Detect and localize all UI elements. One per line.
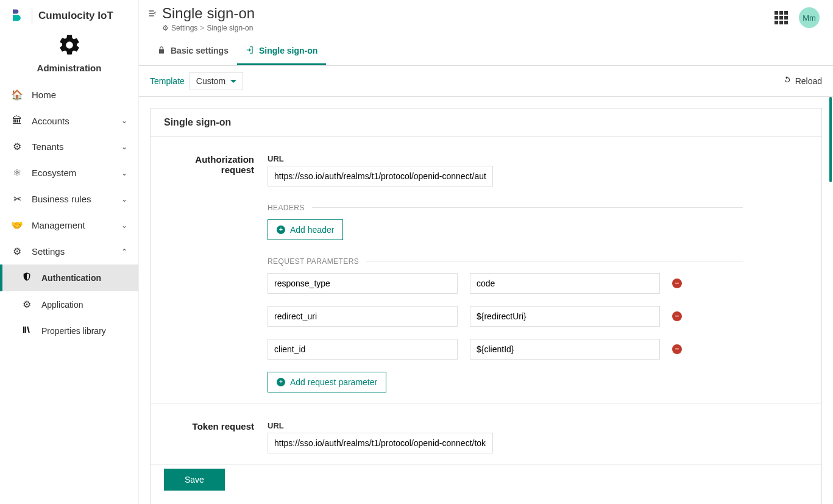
param-key-input[interactable] bbox=[268, 339, 458, 360]
nav: 🏠 Home 🏛 Accounts ⌄ ⚙ Tenants ⌄ ⚛ Ecosys… bbox=[0, 82, 138, 344]
remove-param-button[interactable]: － bbox=[672, 344, 682, 354]
app-switcher-icon[interactable] bbox=[775, 11, 788, 24]
collapse-icon bbox=[147, 9, 157, 18]
brand-name: Cumulocity IoT bbox=[38, 10, 113, 22]
tab-basic-settings[interactable]: Basic settings bbox=[149, 38, 237, 65]
section-body: URL bbox=[268, 421, 743, 453]
reload-icon bbox=[783, 76, 792, 86]
param-row: － bbox=[268, 306, 743, 327]
token-url-input[interactable] bbox=[268, 433, 493, 453]
sidebar-item-business-rules[interactable]: ✂ Business rules ⌄ bbox=[0, 186, 138, 212]
params-label-text: REQUEST PARAMETERS bbox=[268, 257, 359, 266]
sidebar-item-settings[interactable]: ⚙ Settings ⌃ bbox=[0, 238, 138, 264]
sidebar-item-home[interactable]: 🏠 Home bbox=[0, 82, 138, 108]
param-key-input[interactable] bbox=[268, 273, 458, 294]
login-icon bbox=[246, 46, 254, 56]
breadcrumb: ⚙ Settings > Single sign-on bbox=[162, 24, 775, 32]
tabs: Basic settings Single sign-on bbox=[139, 38, 833, 66]
sidebar-item-tenants[interactable]: ⚙ Tenants ⌄ bbox=[0, 133, 138, 160]
handshake-icon: 🤝 bbox=[11, 219, 23, 231]
breadcrumb-leaf: Single sign-on bbox=[207, 24, 253, 32]
save-button[interactable]: Save bbox=[164, 469, 225, 491]
tools-icon: ✂ bbox=[11, 193, 23, 205]
top-actions: Mm bbox=[775, 7, 820, 28]
url-label: URL bbox=[268, 154, 743, 163]
gear-icon bbox=[0, 33, 138, 60]
remove-param-button[interactable]: － bbox=[672, 279, 682, 288]
cog-icon: ⚙ bbox=[21, 299, 33, 310]
tab-single-sign-on[interactable]: Single sign-on bbox=[237, 38, 326, 65]
cog-icon: ⚙ bbox=[11, 246, 23, 257]
url-label: URL bbox=[268, 421, 743, 430]
sidebar-item-label: Business rules bbox=[32, 194, 91, 204]
chevron-down-icon: ⌄ bbox=[121, 221, 127, 230]
sidebar-item-label: Ecosystem bbox=[32, 168, 76, 178]
authorization-url-input[interactable] bbox=[268, 166, 493, 186]
collapse-sidebar-button[interactable] bbox=[147, 5, 162, 20]
headers-label-text: HEADERS bbox=[268, 204, 305, 212]
chevron-up-icon: ⌃ bbox=[121, 247, 127, 256]
sidebar-item-label: Accounts bbox=[32, 116, 69, 126]
param-value-input[interactable] bbox=[470, 339, 660, 360]
sidebar-item-ecosystem[interactable]: ⚛ Ecosystem ⌄ bbox=[0, 160, 138, 186]
sidebar-item-management[interactable]: 🤝 Management ⌄ bbox=[0, 212, 138, 238]
card-title: Single sign-on bbox=[151, 108, 821, 137]
param-row: － bbox=[268, 273, 743, 294]
atom-icon: ⚛ bbox=[11, 167, 23, 179]
sidebar-item-label: Authentication bbox=[41, 273, 101, 283]
section-label: Token request bbox=[164, 421, 268, 453]
gear-icon: ⚙ bbox=[11, 141, 23, 152]
sidebar-item-label: Tenants bbox=[32, 141, 64, 152]
books-icon bbox=[21, 325, 33, 337]
sidebar-item-label: Home bbox=[32, 90, 56, 100]
brand-logo-icon bbox=[9, 7, 26, 24]
add-header-button[interactable]: + Add header bbox=[268, 219, 343, 240]
param-row: － bbox=[268, 339, 743, 360]
param-key-input[interactable] bbox=[268, 306, 458, 327]
reload-button[interactable]: Reload bbox=[783, 76, 822, 86]
chevron-down-icon: ⌄ bbox=[121, 116, 127, 125]
title-block: Single sign-on ⚙ Settings > Single sign-… bbox=[162, 5, 775, 32]
plus-icon: + bbox=[277, 378, 285, 386]
chevron-down-icon: ⌄ bbox=[121, 169, 127, 177]
add-param-label: Add request parameter bbox=[290, 377, 377, 387]
sidebar-item-accounts[interactable]: 🏛 Accounts ⌄ bbox=[0, 108, 138, 133]
template-select[interactable]: Custom bbox=[190, 72, 243, 90]
topbar: Single sign-on ⚙ Settings > Single sign-… bbox=[139, 0, 833, 32]
lock-icon bbox=[157, 46, 166, 56]
param-value-input[interactable] bbox=[470, 306, 660, 327]
form-scroll-area[interactable]: Single sign-on Authorization request URL… bbox=[139, 97, 833, 504]
gear-icon: ⚙ bbox=[162, 24, 169, 32]
remove-param-button[interactable]: － bbox=[672, 311, 682, 321]
app-context-label: Administration bbox=[0, 63, 138, 73]
sso-card: Single sign-on Authorization request URL… bbox=[150, 108, 822, 504]
sidebar-item-properties-library[interactable]: Properties library bbox=[0, 318, 138, 344]
section-token-request: Token request URL bbox=[151, 404, 821, 465]
avatar[interactable]: Mm bbox=[799, 7, 820, 28]
app-context: Administration bbox=[0, 29, 138, 82]
sidebar-item-label: Settings bbox=[32, 246, 65, 257]
sidebar-item-label: Management bbox=[32, 220, 85, 230]
section-label: Authorization request bbox=[164, 154, 268, 392]
sidebar-item-application[interactable]: ⚙ Application bbox=[0, 291, 138, 318]
tab-label: Single sign-on bbox=[259, 46, 317, 55]
toolbar: Template Custom Reload bbox=[139, 66, 833, 97]
sidebar-item-authentication[interactable]: Authentication bbox=[0, 264, 138, 291]
add-header-label: Add header bbox=[290, 225, 334, 235]
sidebar-item-label: Application bbox=[41, 300, 83, 310]
bank-icon: 🏛 bbox=[11, 115, 23, 126]
save-bar: Save bbox=[151, 463, 821, 504]
plus-icon: + bbox=[277, 225, 285, 234]
shield-icon bbox=[21, 272, 33, 284]
headers-group-label: HEADERS bbox=[268, 204, 743, 212]
chevron-down-icon: ⌄ bbox=[121, 143, 127, 151]
sidebar: Cumulocity IoT Administration 🏠 Home 🏛 A… bbox=[0, 0, 139, 504]
section-body: URL HEADERS + Add header REQUEST PARAMET… bbox=[268, 154, 743, 392]
breadcrumb-root[interactable]: Settings bbox=[171, 24, 197, 32]
param-value-input[interactable] bbox=[470, 273, 660, 294]
reload-label: Reload bbox=[795, 76, 822, 86]
section-authorization-request: Authorization request URL HEADERS + Add … bbox=[151, 137, 821, 404]
add-request-parameter-button[interactable]: + Add request parameter bbox=[268, 372, 386, 392]
scroll-indicator bbox=[829, 97, 832, 182]
tab-label: Basic settings bbox=[171, 46, 229, 55]
